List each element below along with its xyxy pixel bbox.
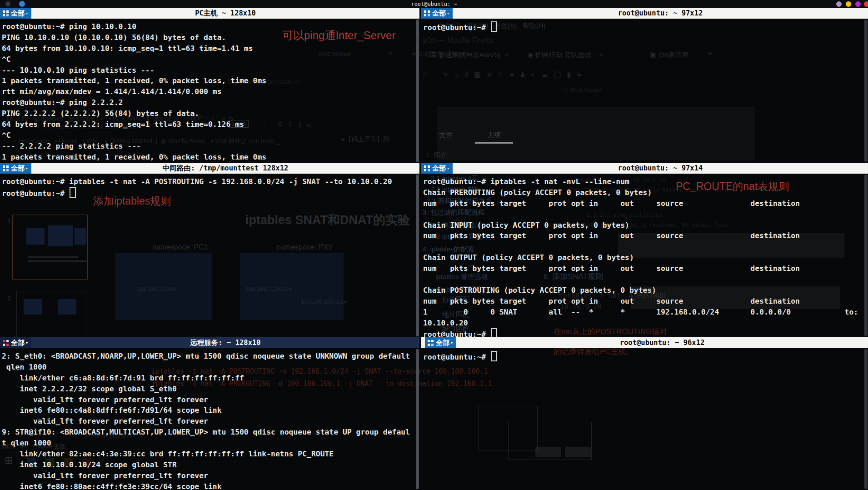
terminal-line: link/ether 82:ae:c4:3e:39:cc brd ff:ff:f… xyxy=(2,449,415,460)
terminal-line: PING 10.10.0.10 (10.10.0.10) 56(84) byte… xyxy=(2,32,415,43)
group-tab-all[interactable]: 全部 ▾ xyxy=(421,163,453,174)
terminal-cursor xyxy=(491,21,497,32)
terminal-line: num pkts bytes target prot opt in out so… xyxy=(423,296,863,307)
pane-title: root@ubuntu: ~ 96x12 xyxy=(456,339,868,347)
terminal-line: --- 10.10.0.10 ping statistics --- xyxy=(2,65,415,76)
pane-title: PC主机 ~ 128x10 xyxy=(31,9,419,18)
chevron-down-icon: ▾ xyxy=(26,166,28,170)
app-menu-icon[interactable] xyxy=(5,1,10,6)
terminal-content[interactable]: root@ubuntu:~# xyxy=(421,348,863,490)
terminal-line: root@ubuntu:~# ping 2.2.2.2 xyxy=(2,97,415,108)
pane-title-bar[interactable]: 全部 ▾ root@ubuntu: ~ 96x12 xyxy=(421,337,868,348)
scrollbar[interactable] xyxy=(416,20,419,162)
tab-label: 全部 xyxy=(432,164,446,173)
pane-title-bar[interactable]: 全部 ▾ root@ubuntu: ~ 97x12 xyxy=(421,8,868,19)
terminal-line: ^C xyxy=(2,130,415,141)
tab-label: 全部 xyxy=(11,9,25,18)
chevron-down-icon: ▾ xyxy=(447,166,449,170)
group-grid-icon xyxy=(428,340,434,346)
terminal-line: Chain PREROUTING (policy ACCEPT 0 packet… xyxy=(423,187,863,198)
terminal-line: 1 0 0 SNAT all -- * * 192.168.0.0/24 0.0… xyxy=(423,307,863,318)
terminal-line: 1 packets transmitted, 1 received, 0% pa… xyxy=(2,152,415,163)
terminal-content[interactable]: root@ubuntu:~# ping 10.10.0.10PING 10.10… xyxy=(0,19,415,163)
terminal-line: link/ether c6:a8:8d:6f:7d:91 brd ff:ff:f… xyxy=(2,373,415,384)
terminal-line: Chain POSTROUTING (policy ACCEPT 0 packe… xyxy=(423,285,863,296)
terminal-line xyxy=(423,241,863,252)
terminal-line: num pkts bytes target prot opt in out so… xyxy=(423,263,863,274)
terminal-prompt-line: root@ubuntu:~# xyxy=(423,328,863,337)
terminal-line: PING 2.2.2.2 (2.2.2.2) 56(84) bytes of d… xyxy=(2,108,415,119)
terminal-cursor xyxy=(491,328,497,337)
tab-label: 全部 xyxy=(11,339,25,347)
chevron-down-icon: ▾ xyxy=(451,341,453,345)
pane-title: 中间路由: /tmp/mounttest 128x12 xyxy=(31,164,419,173)
terminal-line: inet 2.2.2.2/32 scope global S_eth0 xyxy=(2,384,415,395)
group-tab-all[interactable]: 全部 ▾ xyxy=(0,8,31,19)
terminal-line: 64 bytes from 2.2.2.2: icmp_seq=1 ttl=63… xyxy=(2,119,415,130)
terminal-pane-middle-router: 全部 ▾ 中间路由: /tmp/mounttest 128x12 root@ub… xyxy=(0,163,419,337)
terminal-prompt-line: root@ubuntu:~# xyxy=(423,351,863,362)
pane-title-bar[interactable]: 全部 ▾ 远程服务: ~ 128x10 xyxy=(0,337,419,348)
terminal-line xyxy=(423,209,863,220)
tray-dot-icon[interactable] xyxy=(864,1,868,7)
scrollbar[interactable] xyxy=(416,175,419,336)
pane-title: 远程服务: ~ 128x10 xyxy=(31,338,419,348)
group-tab-all[interactable]: 全部 ▾ xyxy=(425,337,456,348)
terminal-line: t qlen 1000 xyxy=(2,438,415,449)
terminal-line: inet 10.10.0.10/24 scope global STR xyxy=(2,460,415,470)
pane-title-bar[interactable]: 全部 ▾ root@ubuntu: ~ 97x14 xyxy=(421,163,868,174)
chevron-down-icon: ▾ xyxy=(26,341,28,345)
terminal-line xyxy=(423,274,863,285)
terminal-cursor xyxy=(70,187,76,198)
group-grid-icon xyxy=(3,10,9,16)
terminal-line: valid_lft forever preferred_lft forever xyxy=(2,470,415,481)
terminal-line: num pkts bytes target prot opt in out so… xyxy=(423,230,863,241)
terminal-line: 1 packets transmitted, 1 received, 0% pa… xyxy=(2,75,415,86)
terminal-line: ^C xyxy=(2,54,415,65)
terminal-prompt-line: root@ubuntu:~# xyxy=(423,21,863,32)
group-grid-icon xyxy=(424,10,430,16)
firefox-icon[interactable] xyxy=(19,1,25,7)
system-top-bar: root@ubuntu: ~ xyxy=(0,0,868,8)
top-bar-title: root@ubuntu: ~ xyxy=(411,1,457,7)
terminal-line: --- 2.2.2.2 ping statistics --- xyxy=(2,141,415,152)
scrollbar[interactable] xyxy=(864,175,868,336)
terminal-line: inet6 fe80::80ae:c4ff:fe3e:39cc/64 scope… xyxy=(2,481,415,490)
pane-title: root@ubuntu: ~ 97x12 xyxy=(453,9,868,17)
terminal-pane-top-right: 全部 ▾ root@ubuntu: ~ 97x12 root@ubuntu:~# xyxy=(421,8,868,163)
tray-dot-icon[interactable] xyxy=(846,1,851,7)
chevron-down-icon: ▾ xyxy=(447,11,449,15)
terminal-line: rtt min/avg/max/mdev = 1.414/1.414/1.414… xyxy=(2,86,415,97)
pane-title-bar[interactable]: 全部 ▾ PC主机 ~ 128x10 xyxy=(0,8,419,19)
terminal-pane-bottom-right: 全部 ▾ root@ubuntu: ~ 96x12 root@ubuntu:~# xyxy=(421,337,868,490)
terminal-content[interactable]: root@ubuntu:~# iptables -t nat -A POSTRO… xyxy=(0,174,415,337)
tab-label: 全部 xyxy=(432,9,446,18)
group-tab-all[interactable]: 全部 ▾ xyxy=(0,163,31,174)
terminal-line: inet6 fe80::c4a8:8dff:fe6f:7d91/64 scope… xyxy=(2,405,415,416)
tray-dot-icon[interactable] xyxy=(855,1,861,7)
terminal-prompt-line: root@ubuntu:~# xyxy=(2,187,415,198)
terminal-content[interactable]: root@ubuntu:~# iptables -t nat -nvL --li… xyxy=(421,174,863,337)
terminal-line: Chain INPUT (policy ACCEPT 0 packets, 0 … xyxy=(423,220,863,231)
terminal-line: num pkts bytes target prot opt in out so… xyxy=(423,198,863,209)
group-grid-icon xyxy=(3,340,9,346)
pane-title-bar[interactable]: 全部 ▾ 中间路由: /tmp/mounttest 128x12 xyxy=(0,163,419,174)
desktop: { "topbar": { "title": "root@ubuntu: ~",… xyxy=(0,0,868,490)
tray-dot-icon[interactable] xyxy=(836,1,842,7)
terminal-pane-nat-table: 全部 ▾ root@ubuntu: ~ 97x14 root@ubuntu:~#… xyxy=(421,163,868,337)
terminal-line: 10.10.0.20 xyxy=(423,318,863,329)
scrollbar[interactable] xyxy=(416,349,419,489)
scrollbar[interactable] xyxy=(864,20,868,162)
terminal-content[interactable]: 2: S_eth0: <BROADCAST,NOARP,UP,LOWER_UP>… xyxy=(0,348,415,490)
group-tab-all[interactable]: 全部 ▾ xyxy=(0,337,31,348)
scrollbar[interactable] xyxy=(864,349,868,489)
terminal-line: Chain OUTPUT (policy ACCEPT 0 packets, 0… xyxy=(423,252,863,263)
terminal-line: root@ubuntu:~# ping 10.10.0.10 xyxy=(2,21,415,32)
chevron-down-icon: ▾ xyxy=(26,11,28,15)
terminal-line: 9: STR@if10: <BROADCAST,MULTICAST,UP,LOW… xyxy=(2,427,415,438)
group-tab-all[interactable]: 全部 ▾ xyxy=(421,8,453,19)
terminal-pane-remote-service: 全部 ▾ 远程服务: ~ 128x10 2: S_eth0: <BROADCAS… xyxy=(0,337,419,490)
terminal-pane-pc-host: 全部 ▾ PC主机 ~ 128x10 root@ubuntu:~# ping 1… xyxy=(0,8,419,163)
terminal-content[interactable]: root@ubuntu:~# xyxy=(421,19,863,163)
group-grid-icon xyxy=(3,165,9,171)
